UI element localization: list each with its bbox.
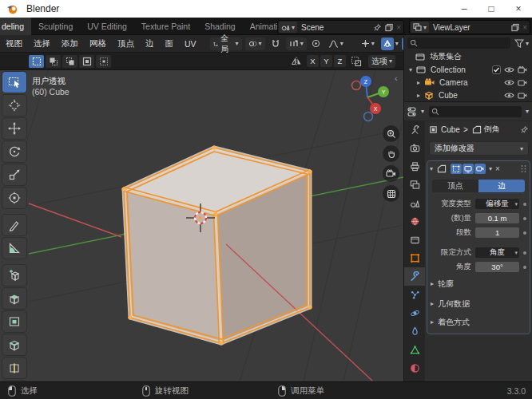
section-profile[interactable]: ▸轮廓: [431, 278, 530, 290]
filter-icon[interactable]: [514, 39, 524, 48]
collapse-region-arrow[interactable]: ‹: [395, 73, 398, 83]
gizmo-negative-x[interactable]: [352, 81, 361, 90]
editor-type-dropdown[interactable]: ▾: [421, 108, 424, 115]
animate-dot-icon[interactable]: [523, 203, 526, 206]
gizmo-negative-z[interactable]: [364, 113, 373, 121]
falloff-dropdown[interactable]: ▾: [325, 38, 347, 50]
close-button[interactable]: ×: [505, 0, 532, 18]
outliner-row-scene-collection[interactable]: 场景集合: [404, 50, 532, 63]
menu-select[interactable]: 选择: [28, 38, 56, 49]
modifier-delete-button[interactable]: ×: [495, 164, 500, 173]
camera-restrict-icon[interactable]: [518, 79, 527, 86]
menu-uv[interactable]: UV: [179, 39, 202, 49]
animate-dot-icon[interactable]: [523, 266, 526, 269]
viewlayer-name[interactable]: ViewLayer: [433, 23, 510, 32]
outliner-row-collection[interactable]: ▾ Collection: [404, 63, 532, 76]
modifier-extras-dropdown[interactable]: ▾: [489, 165, 492, 172]
section-shading[interactable]: ▸着色方式: [431, 316, 530, 328]
menu-add[interactable]: 添加: [56, 38, 84, 49]
menu-vertex[interactable]: 顶点: [112, 38, 140, 49]
mirror-icon[interactable]: [291, 57, 302, 66]
tool-rotate[interactable]: [2, 141, 26, 162]
menu-edge[interactable]: 边: [140, 38, 160, 49]
menu-view[interactable]: 视图: [0, 38, 28, 49]
tab-scene[interactable]: [404, 194, 425, 212]
amount-field[interactable]: 0.1 m: [475, 213, 519, 223]
collapse-arrow-icon[interactable]: ▸: [417, 92, 420, 99]
tool-scale[interactable]: [2, 164, 26, 185]
minimize-button[interactable]: –: [451, 0, 478, 18]
bevel-affect-vertices-tab[interactable]: 顶点: [432, 180, 478, 192]
pin-icon[interactable]: [373, 23, 382, 32]
width-type-dropdown[interactable]: 偏移量▾: [475, 199, 519, 209]
panel-expand-arrow[interactable]: ▾: [430, 165, 433, 172]
tab-fluid[interactable]: [404, 322, 425, 341]
eye-icon[interactable]: [504, 92, 514, 99]
tool-box-select[interactable]: [2, 72, 26, 93]
transform-orientation-dropdown[interactable]: 全局 ▾: [210, 38, 242, 50]
checkbox-icon[interactable]: [492, 65, 501, 74]
tab-render[interactable]: [404, 139, 425, 157]
scene-selector[interactable]: ▾ Scene ×: [277, 20, 404, 34]
section-geometry[interactable]: ▸几何数据: [431, 298, 530, 310]
camera-restrict-icon[interactable]: [518, 66, 527, 73]
maximize-button[interactable]: □: [478, 0, 505, 18]
scene-name[interactable]: Scene: [301, 23, 373, 32]
workspace-tab-modeling[interactable]: deling: [0, 18, 31, 35]
properties-editor-type-icon[interactable]: [407, 107, 419, 117]
properties-filter-dropdown[interactable]: ▾: [526, 108, 529, 115]
tool-annotate[interactable]: [2, 215, 26, 235]
snap-grid-icon[interactable]: [351, 56, 362, 66]
proportional-edit-toggle[interactable]: [310, 38, 322, 50]
overlays-dropdown[interactable]: ▾: [395, 40, 399, 47]
filter-dropdown[interactable]: ▾: [526, 40, 529, 47]
tool-bevel[interactable]: [2, 334, 26, 355]
select-mode-invert-button[interactable]: [79, 55, 94, 68]
eye-icon[interactable]: [504, 79, 514, 86]
tool-transform[interactable]: [2, 188, 26, 208]
camera-restrict-icon[interactable]: [518, 92, 527, 99]
modifier-realtime-toggle[interactable]: [463, 164, 474, 174]
zoom-button[interactable]: [383, 125, 399, 142]
expand-arrow-icon[interactable]: ▾: [409, 66, 412, 73]
workspace-tab-uv-editing[interactable]: UV Editing: [80, 18, 134, 35]
eye-icon[interactable]: [504, 66, 514, 73]
camera-view-button[interactable]: [383, 165, 399, 182]
mirror-x-toggle[interactable]: X: [307, 55, 319, 67]
outliner-search-input[interactable]: [407, 38, 510, 49]
properties-search-input[interactable]: [429, 106, 522, 117]
pan-button[interactable]: [383, 145, 399, 162]
tab-modifiers[interactable]: [404, 267, 425, 286]
tab-tool[interactable]: [404, 120, 425, 139]
collapse-arrow-icon[interactable]: ▸: [417, 79, 420, 86]
drag-handle-icon[interactable]: [520, 164, 527, 173]
add-modifier-dropdown[interactable]: 添加修改器 ▾: [429, 141, 529, 156]
toggle-perspective-button[interactable]: [383, 185, 399, 202]
copy-icon[interactable]: [510, 23, 520, 32]
workspace-tab-sculpting[interactable]: Sculpting: [31, 18, 80, 35]
tool-add-cube[interactable]: [2, 265, 26, 286]
mirror-z-toggle[interactable]: Z: [334, 55, 346, 67]
viewlayer-selector[interactable]: ▾ ViewLayer ×: [409, 20, 530, 34]
menu-face[interactable]: 面: [160, 38, 180, 49]
tab-output[interactable]: [404, 157, 425, 176]
workspace-tab-texture-paint[interactable]: Texture Paint: [134, 18, 197, 35]
tab-world[interactable]: [404, 212, 425, 231]
viewport-3d[interactable]: 用户透视 (60) Cube: [0, 70, 403, 381]
tool-move[interactable]: [2, 118, 26, 139]
angle-field[interactable]: 30°: [475, 262, 519, 272]
breadcrumb-object[interactable]: Cube: [441, 125, 460, 134]
animate-dot-icon[interactable]: [523, 251, 526, 255]
snap-with-dropdown[interactable]: ▾: [286, 38, 307, 50]
limit-method-dropdown[interactable]: 角度▾: [475, 247, 519, 258]
pin-icon[interactable]: [520, 125, 529, 134]
tool-options-dropdown[interactable]: 选项 ▾: [368, 55, 395, 68]
tool-extrude-region[interactable]: [2, 288, 26, 309]
breadcrumb-modifier[interactable]: 倒角: [484, 124, 520, 135]
segments-field[interactable]: 1: [475, 227, 519, 238]
show-overlays-toggle[interactable]: [381, 38, 394, 50]
animate-dot-icon[interactable]: [523, 231, 526, 235]
snap-toggle[interactable]: [268, 38, 283, 50]
select-mode-subtract-button[interactable]: [62, 55, 77, 68]
pivot-point-dropdown[interactable]: ▾: [245, 38, 265, 50]
